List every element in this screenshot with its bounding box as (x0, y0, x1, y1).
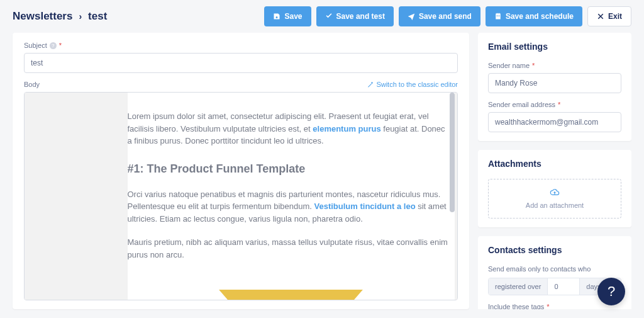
exit-button[interactable]: Exit (587, 6, 631, 26)
sender-email-label: Sender email address* (488, 101, 621, 108)
check-icon (325, 13, 333, 20)
info-icon[interactable]: ? (50, 42, 57, 49)
cloud-upload-icon (497, 188, 612, 198)
panel-title: Email settings (488, 42, 621, 52)
subject-input[interactable] (24, 53, 458, 73)
save-and-schedule-button[interactable]: Save and schedule (486, 6, 582, 26)
save-and-send-button[interactable]: Save and send (399, 6, 480, 26)
question-icon: ? (608, 283, 615, 300)
body-link-1[interactable]: elementum purus (313, 124, 380, 133)
body-paragraph[interactable]: Mauris pretium, nibh ac aliquam varius, … (128, 236, 455, 261)
body-label: Body (24, 81, 40, 88)
add-attachment-button[interactable]: Add an attachment (488, 179, 621, 219)
email-settings-panel: Email settings Sender name* Sender email… (478, 33, 631, 141)
panel-title: Contacts settings (488, 245, 621, 255)
close-icon (597, 13, 604, 20)
save-and-test-button[interactable]: Save and test (316, 6, 394, 26)
body-link-2[interactable]: Vestibulum tincidunt a leo (314, 202, 416, 211)
contacts-only-label: Send emails only to contacts who (488, 265, 621, 273)
send-icon (408, 13, 415, 20)
body-paragraph[interactable]: Lorem ipsum dolor sit amet, consectetur … (128, 110, 455, 147)
email-canvas[interactable]: Lorem ipsum dolor sit amet, consectetur … (128, 93, 455, 300)
help-chat-button[interactable]: ? (597, 278, 625, 305)
wand-icon (367, 81, 374, 88)
editor-panel: Subject ? * Body Switch to the classic e… (13, 33, 469, 309)
sender-email-input[interactable] (488, 112, 621, 132)
days-input[interactable] (554, 283, 573, 290)
panel-title: Attachments (488, 159, 621, 169)
sender-name-input[interactable] (488, 73, 621, 93)
funnel-graphic: Offer on (209, 290, 373, 300)
include-tags-label: Include these tags* (488, 303, 621, 309)
save-icon (273, 13, 280, 20)
body-paragraph[interactable]: Orci varius natoque penatibus et magnis … (128, 188, 455, 225)
switch-classic-editor-link[interactable]: Switch to the classic editor (367, 81, 458, 88)
registered-over-select[interactable]: registered over (489, 278, 548, 295)
calendar-icon (494, 13, 502, 20)
subject-label: Subject ? * (24, 42, 458, 49)
body-editor[interactable]: Lorem ipsum dolor sit amet, consectetur … (24, 92, 458, 300)
editor-scrollbar[interactable] (450, 93, 455, 212)
header-actions: Save Save and test Save and send Save an… (264, 6, 631, 26)
breadcrumb-current: test (88, 10, 107, 23)
save-button[interactable]: Save (264, 6, 311, 26)
sender-name-label: Sender name* (488, 62, 621, 69)
breadcrumb-newsletters-link[interactable]: Newsletters (13, 10, 72, 23)
body-heading[interactable]: #1: The Product Funnel Template (128, 162, 455, 176)
attachments-panel: Attachments Add an attachment (478, 150, 631, 227)
breadcrumb: Newsletters › test (13, 10, 107, 23)
chevron-right-icon: › (79, 11, 82, 21)
